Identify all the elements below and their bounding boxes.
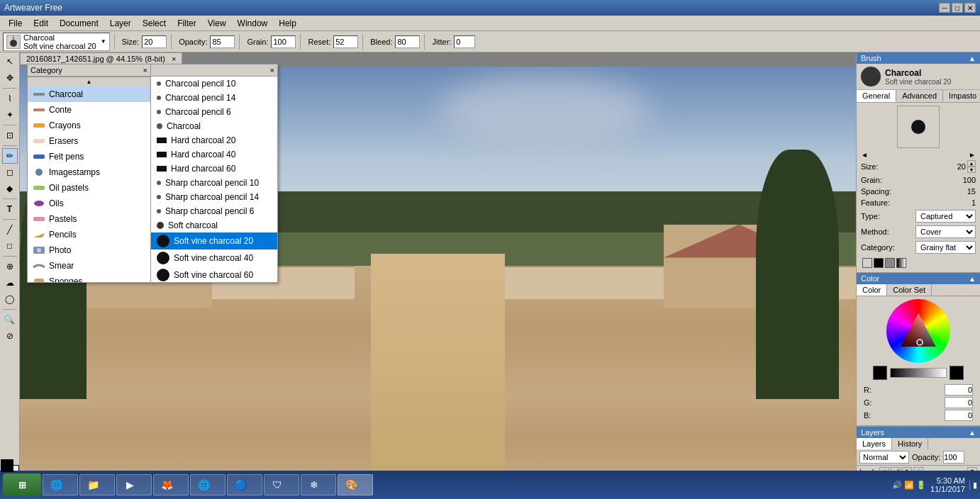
color-wheel[interactable] bbox=[886, 299, 950, 363]
taskbar-media[interactable]: ▶ bbox=[116, 474, 152, 495]
category-pastels[interactable]: Pastels bbox=[28, 211, 150, 227]
tab-color-set[interactable]: Color Set bbox=[887, 284, 932, 296]
tool-smudge[interactable]: ☁ bbox=[2, 275, 18, 291]
brush-charcoal-pencil-6[interactable]: Charcoal pencil 6 bbox=[151, 105, 277, 119]
category-sponges[interactable]: Sponges bbox=[28, 274, 150, 282]
tab-general[interactable]: General bbox=[857, 90, 896, 102]
category-felt-pens[interactable]: Felt pens bbox=[28, 149, 150, 164]
brush-hard-charcoal-40[interactable]: Hard charcoal 40 bbox=[151, 147, 277, 162]
menu-layer[interactable]: Layer bbox=[104, 17, 137, 30]
menu-view[interactable]: View bbox=[202, 17, 232, 30]
tool-zoom[interactable]: 🔍 bbox=[2, 312, 18, 327]
menu-filter[interactable]: Filter bbox=[172, 17, 202, 30]
brush-charcoal-pencil-14[interactable]: Charcoal pencil 14 bbox=[151, 91, 277, 105]
tab-layers[interactable]: Layers bbox=[857, 438, 892, 449]
show-desktop[interactable]: ▮ bbox=[969, 481, 977, 490]
category-imagestamps[interactable]: Imagestamps bbox=[28, 164, 150, 180]
tool-fill[interactable]: ◆ bbox=[2, 181, 18, 196]
menu-document[interactable]: Document bbox=[54, 17, 104, 30]
taskbar-chrome[interactable]: 🌐 bbox=[190, 474, 225, 495]
menu-file[interactable]: File bbox=[3, 17, 28, 30]
menu-window[interactable]: Window bbox=[232, 17, 274, 30]
canvas-close[interactable]: × bbox=[172, 55, 176, 63]
maximize-btn[interactable]: □ bbox=[952, 3, 963, 13]
minimize-btn[interactable]: ─ bbox=[939, 3, 950, 13]
scroll-up-arrow[interactable]: ▲ bbox=[28, 77, 150, 86]
tool-lasso[interactable]: ⌇ bbox=[2, 91, 18, 106]
canvas-tab[interactable]: 20160817_142651.jpg @ 44.15% (8-bit) × bbox=[20, 52, 182, 65]
category-oils[interactable]: Oils bbox=[28, 196, 150, 211]
close-btn[interactable]: ✕ bbox=[964, 3, 976, 13]
category-conte[interactable]: Conte bbox=[28, 102, 150, 118]
brush-soft-vine-20[interactable]: Soft vine charcoal 20 bbox=[151, 232, 277, 250]
taskbar-security[interactable]: 🛡 bbox=[264, 474, 299, 495]
brush-list-close[interactable]: × bbox=[270, 66, 274, 74]
tool-eyedropper[interactable]: ⊘ bbox=[2, 328, 18, 344]
tool-select[interactable]: ↖ bbox=[2, 54, 18, 69]
tool-shape[interactable]: □ bbox=[2, 238, 18, 254]
brush-charcoal[interactable]: Charcoal bbox=[151, 119, 277, 133]
gradient-bar[interactable] bbox=[890, 368, 947, 378]
foreground-color[interactable] bbox=[1, 459, 13, 472]
brush-dropdown-close[interactable]: × bbox=[143, 66, 147, 74]
swatch-gradient[interactable] bbox=[896, 258, 906, 268]
tab-advanced[interactable]: Advanced bbox=[896, 90, 943, 102]
window-controls[interactable]: ─ □ ✕ bbox=[939, 3, 976, 13]
category-photo[interactable]: Photo bbox=[28, 242, 150, 258]
swatch-mid-gray[interactable] bbox=[885, 258, 895, 268]
brush-panel-arrow[interactable]: ▲ bbox=[969, 55, 976, 62]
swatch-black[interactable] bbox=[874, 258, 884, 268]
category-charcoal[interactable]: Charcoal bbox=[28, 86, 150, 102]
type-select[interactable]: Captured Computed bbox=[915, 210, 976, 223]
jitter-input[interactable] bbox=[454, 35, 475, 48]
method-select[interactable]: Cover Buildup bbox=[915, 225, 976, 238]
menu-select[interactable]: Select bbox=[137, 17, 172, 30]
brush-soft-vine-60[interactable]: Soft vine charcoal 60 bbox=[151, 267, 277, 282]
menu-edit[interactable]: Edit bbox=[28, 17, 54, 30]
tool-eraser[interactable]: ◻ bbox=[2, 164, 18, 180]
brush-sharp-charcoal-14[interactable]: Sharp charcoal pencil 14 bbox=[151, 190, 277, 204]
tool-crop[interactable]: ⊡ bbox=[2, 128, 18, 143]
size-input[interactable] bbox=[142, 35, 167, 48]
opacity-input-layers[interactable] bbox=[943, 451, 964, 464]
tool-line[interactable]: ╱ bbox=[2, 222, 18, 237]
tab-history[interactable]: History bbox=[892, 438, 928, 449]
taskbar-firefox[interactable]: 🦊 bbox=[153, 474, 189, 495]
taskbar-app7[interactable]: ❄ bbox=[301, 474, 336, 495]
tool-move[interactable]: ✥ bbox=[2, 70, 18, 86]
taskbar-ie[interactable]: 🌐 bbox=[43, 474, 78, 495]
taskbar-app5[interactable]: 🔵 bbox=[227, 474, 262, 495]
category-pencils[interactable]: Pencils bbox=[28, 227, 150, 242]
taskbar-explorer[interactable]: 📁 bbox=[79, 474, 115, 495]
size-up[interactable]: ▲ bbox=[967, 160, 976, 167]
category-crayons[interactable]: Crayons bbox=[28, 118, 150, 133]
tool-text[interactable]: T bbox=[2, 201, 18, 217]
size-left-arrow[interactable]: ◄ bbox=[861, 151, 868, 159]
swatch-gray[interactable] bbox=[862, 258, 872, 268]
tab-color[interactable]: Color bbox=[857, 284, 887, 296]
tool-blur[interactable]: ◯ bbox=[2, 291, 18, 307]
tab-impasto[interactable]: Impasto bbox=[943, 90, 980, 102]
grain-input[interactable] bbox=[271, 35, 296, 48]
brush-soft-charcoal[interactable]: Soft charcoal bbox=[151, 218, 277, 232]
menu-help[interactable]: Help bbox=[273, 17, 302, 30]
blend-mode-select[interactable]: Normal Multiply Screen bbox=[859, 451, 909, 464]
brush-sharp-charcoal-10[interactable]: Sharp charcoal pencil 10 bbox=[151, 176, 277, 190]
tool-brush[interactable]: ✏ bbox=[2, 148, 18, 164]
brush-dropdown-arrow[interactable]: ▼ bbox=[101, 38, 106, 45]
category-smear[interactable]: Smear bbox=[28, 258, 150, 274]
category-select[interactable]: Grainy flat Soft bbox=[915, 241, 976, 254]
r-input[interactable] bbox=[945, 384, 973, 396]
color-panel-arrow[interactable]: ▲ bbox=[969, 275, 976, 283]
layers-panel-arrow[interactable]: ▲ bbox=[969, 429, 976, 437]
brush-charcoal-pencil-10[interactable]: Charcoal pencil 10 bbox=[151, 77, 277, 91]
brush-indicator[interactable]: Charcoal Soft vine charcoal 20 ▼ bbox=[3, 33, 110, 51]
taskbar-artweaver[interactable]: 🎨 bbox=[338, 474, 373, 495]
size-right-arrow[interactable]: ► bbox=[969, 151, 976, 159]
category-oil-pastels[interactable]: Oil pastels bbox=[28, 180, 150, 196]
g-input[interactable] bbox=[945, 397, 973, 408]
brush-hard-charcoal-60[interactable]: Hard charcoal 60 bbox=[151, 162, 277, 176]
brush-soft-vine-40[interactable]: Soft vine charcoal 40 bbox=[151, 250, 277, 267]
start-button[interactable]: ⊞ bbox=[3, 473, 41, 496]
size-down[interactable]: ▼ bbox=[967, 167, 976, 173]
